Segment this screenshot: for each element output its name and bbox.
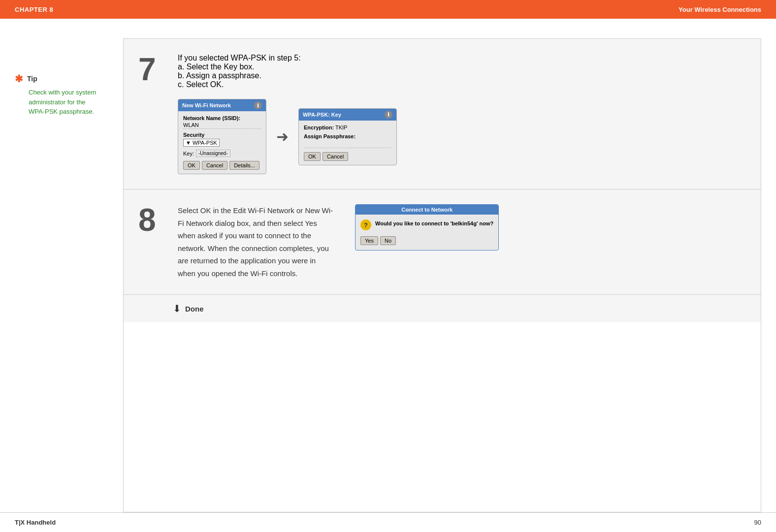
tip-label: Tip — [27, 75, 37, 83]
connect-body: ? Would you like to connect to 'belkin54… — [356, 215, 498, 250]
main-content: ✱ Tip Check with your system administrat… — [0, 19, 776, 512]
new-wifi-title: New Wi-Fi Network — [182, 102, 231, 108]
tip-block: ✱ Tip Check with your system administrat… — [15, 73, 123, 117]
wpa-title: WPA-PSK: Key — [303, 112, 341, 118]
step8-header: 8 Select OK in the Edit Wi-Fi Network or… — [138, 204, 741, 280]
new-wifi-body: Network Name (SSID): WLAN Security ▼ WPA… — [178, 111, 266, 174]
dialog1-ok-button[interactable]: OK — [183, 161, 200, 170]
key-row: Key: -Unassigned- — [183, 150, 261, 157]
chapter-title: CHAPTER 8 — [15, 6, 53, 13]
connect-no-button[interactable]: No — [380, 236, 396, 245]
step8-section: 8 Select OK in the Edit Wi-Fi Network or… — [124, 189, 761, 295]
brand-name: T|X — [15, 519, 25, 526]
new-wifi-dialog: New Wi-Fi Network ℹ Network Name (SSID):… — [178, 99, 266, 174]
dialog2-buttons: OK Cancel — [304, 152, 391, 161]
step8-body: Select OK in the Edit Wi-Fi Network or N… — [178, 204, 741, 280]
connect-buttons: Yes No — [360, 236, 493, 245]
info-icon: ℹ — [254, 101, 262, 109]
key-label: Key: — [183, 151, 194, 156]
sidebar: ✱ Tip Check with your system administrat… — [15, 38, 123, 512]
connect-yes-button[interactable]: Yes — [360, 236, 378, 245]
key-value: -Unassigned- — [196, 150, 230, 157]
step7-number: 7 — [138, 54, 168, 85]
assign-field — [304, 141, 391, 148]
wpa-titlebar: WPA-PSK: Key ℹ — [299, 109, 396, 121]
connect-row: ? Would you like to connect to 'belkin54… — [360, 219, 493, 230]
connect-question: Would you like to connect to 'belkin54g'… — [375, 219, 493, 228]
dialog1-details-button[interactable]: Details... — [229, 161, 259, 170]
network-name-label: Network Name (SSID): — [183, 115, 261, 121]
dialog2-ok-button[interactable]: OK — [304, 152, 321, 161]
assign-label: Assign Passphrase: — [304, 133, 391, 139]
arrow-icon: ➜ — [276, 128, 289, 145]
tip-star-icon: ✱ — [15, 73, 23, 85]
tip-header: ✱ Tip — [15, 73, 123, 85]
step7-item-c: c. Select OK. — [178, 80, 741, 89]
page-header: CHAPTER 8 Your Wireless Connections — [0, 0, 776, 19]
done-label: Done — [185, 305, 204, 313]
step8-text: Select OK in the Edit Wi-Fi Network or N… — [178, 204, 335, 280]
step7-item-b: b. Assign a passphrase. — [178, 71, 741, 80]
step7-intro: If you selected WPA-PSK in step 5: — [178, 54, 741, 63]
section-title: Your Wireless Connections — [679, 6, 761, 13]
wpa-body: Encryption: TKIP Assign Passphrase: OK C… — [299, 121, 396, 165]
encryption-value: TKIP — [335, 125, 347, 130]
connect-dialog: Connect to Network ? Would you like to c… — [355, 204, 499, 250]
step7-dialogs: New Wi-Fi Network ℹ Network Name (SSID):… — [178, 99, 741, 174]
page-footer: T|X Handheld 90 — [0, 512, 776, 532]
wpa-info-icon: ℹ — [385, 111, 392, 119]
encryption-label: Encryption: — [304, 125, 334, 130]
content-area: 7 If you selected WPA-PSK in step 5: a. … — [123, 38, 761, 512]
step7-section: 7 If you selected WPA-PSK in step 5: a. … — [124, 39, 761, 189]
security-value: ▼ WPA-PSK — [186, 140, 217, 146]
dialog1-buttons: OK Cancel Details... — [183, 161, 261, 170]
new-wifi-titlebar: New Wi-Fi Network ℹ — [178, 99, 266, 111]
step8-description: Select OK in the Edit Wi-Fi Network or N… — [178, 204, 335, 280]
footer-brand: T|X Handheld — [15, 519, 56, 526]
step7-content: If you selected WPA-PSK in step 5: a. Se… — [178, 54, 741, 174]
security-dropdown[interactable]: ▼ WPA-PSK — [183, 139, 220, 147]
step8-content: Select OK in the Edit Wi-Fi Network or N… — [178, 204, 741, 280]
footer-page-number: 90 — [754, 519, 761, 526]
dialog1-cancel-button[interactable]: Cancel — [202, 161, 227, 170]
encryption-row: Encryption: TKIP — [304, 125, 391, 130]
question-icon: ? — [360, 219, 371, 230]
step8-number: 8 — [138, 204, 168, 236]
step7-item-a: a. Select the Key box. — [178, 63, 741, 71]
step7-header: 7 If you selected WPA-PSK in step 5: a. … — [138, 54, 741, 174]
security-label: Security — [183, 132, 261, 138]
tip-text: Check with your system administrator for… — [15, 88, 123, 117]
brand-suffix: Handheld — [25, 519, 56, 526]
done-arrow-icon: ⬇ — [173, 303, 181, 314]
done-section: ⬇ Done — [124, 295, 761, 322]
network-name-value: WLAN — [183, 122, 261, 129]
dialog2-cancel-button[interactable]: Cancel — [323, 152, 348, 161]
connect-titlebar: Connect to Network — [356, 205, 498, 215]
wpa-psk-dialog: WPA-PSK: Key ℹ Encryption: TKIP Assign P… — [298, 108, 397, 165]
